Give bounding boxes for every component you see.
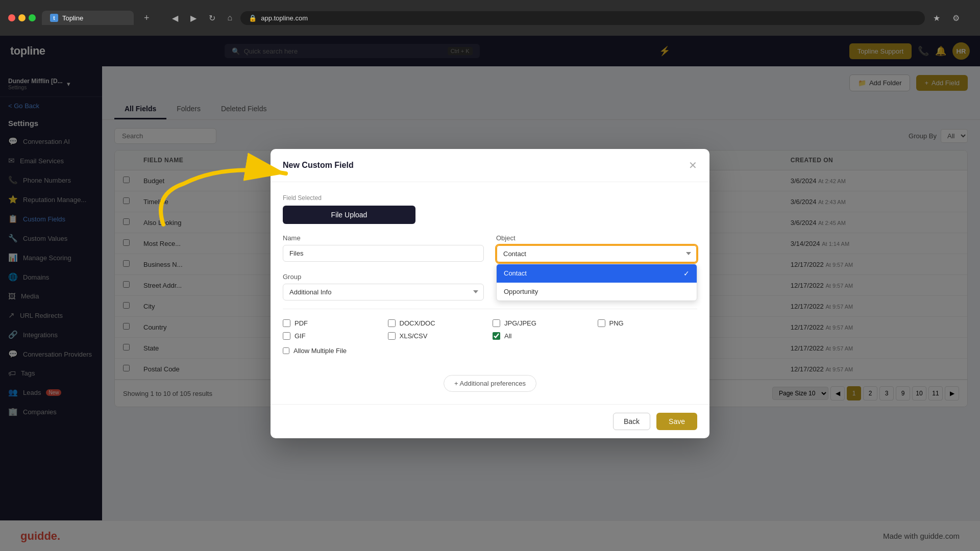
checkmark-icon: ✓ <box>683 269 690 278</box>
forward-nav-button[interactable]: ▶ <box>186 11 201 25</box>
additional-preferences-button[interactable]: + Additional preferences <box>444 375 536 392</box>
extensions-button[interactable]: ⚙ <box>948 11 964 25</box>
object-select[interactable]: Contact Opportunity <box>496 245 697 263</box>
docx-checkbox[interactable] <box>388 319 396 327</box>
name-label: Name <box>283 234 484 242</box>
bookmark-button[interactable]: ★ <box>929 11 944 25</box>
jpg-checkbox[interactable] <box>493 319 500 327</box>
file-types-section: PDF DOCX/DOC JPG/JPEG PNG <box>283 319 697 340</box>
close-dot[interactable] <box>8 14 15 21</box>
new-custom-field-modal: New Custom Field ✕ Field Selected File U… <box>271 149 709 438</box>
form-group-object: Object Contact Opportunity Contact ✓ Opp <box>496 234 697 263</box>
reload-button[interactable]: ↻ <box>205 11 219 25</box>
field-type-button[interactable]: File Upload <box>283 206 415 224</box>
modal-body: Field Selected File Upload Name Object C… <box>271 182 709 404</box>
lock-icon: 🔒 <box>249 14 257 22</box>
form-row-name-object: Name Object Contact Opportunity Contact <box>283 234 697 263</box>
url-input[interactable] <box>261 14 917 22</box>
group-label: Group <box>283 273 484 281</box>
minimize-dot[interactable] <box>18 14 26 21</box>
allow-multiple-row: Allow Multiple File <box>283 347 697 355</box>
browser-dots <box>8 14 36 21</box>
form-group-name: Name <box>283 234 484 263</box>
modal-header: New Custom Field ✕ <box>271 149 709 182</box>
app-container: topline 🔍 Ctrl + K ⚡ Topline Support 📞 🔔… <box>0 36 980 551</box>
pdf-checkbox[interactable] <box>283 319 290 327</box>
modal-title: New Custom Field <box>283 161 354 170</box>
save-button[interactable]: Save <box>656 413 697 430</box>
checkbox-png: PNG <box>598 319 698 327</box>
maximize-dot[interactable] <box>29 14 36 21</box>
tab-title: Topline <box>62 14 83 22</box>
field-selected-label: Field Selected <box>283 194 697 202</box>
checkbox-xls: XLS/CSV <box>388 332 488 340</box>
dropdown-option-contact[interactable]: Contact ✓ <box>497 264 697 283</box>
object-label: Object <box>496 234 697 242</box>
address-bar[interactable]: 🔒 <box>240 11 925 25</box>
back-nav-button[interactable]: ◀ <box>168 11 182 25</box>
new-tab-button[interactable]: + <box>140 11 154 26</box>
tab-favicon: t <box>50 14 58 22</box>
name-input[interactable] <box>283 245 484 262</box>
dropdown-option-opportunity[interactable]: Opportunity <box>497 283 697 300</box>
checkbox-gif: GIF <box>283 332 383 340</box>
home-button[interactable]: ⌂ <box>224 11 237 24</box>
modal-footer: Back Save <box>271 404 709 438</box>
form-group-group: Group Additional Info <box>283 273 484 300</box>
checkbox-docx: DOCX/DOC <box>388 319 488 327</box>
all-checkbox[interactable] <box>493 332 500 340</box>
modal-overlay: New Custom Field ✕ Field Selected File U… <box>0 36 980 551</box>
png-checkbox[interactable] <box>598 319 605 327</box>
allow-multiple-checkbox[interactable] <box>283 347 289 354</box>
checkbox-all: All <box>493 332 593 340</box>
group-select[interactable]: Additional Info <box>283 284 484 300</box>
object-dropdown-options: Contact ✓ Opportunity <box>496 264 697 301</box>
xls-checkbox[interactable] <box>388 332 396 340</box>
file-types-grid: PDF DOCX/DOC JPG/JPEG PNG <box>283 319 697 340</box>
gif-checkbox[interactable] <box>283 332 290 340</box>
browser-tab[interactable]: t Topline <box>42 11 134 25</box>
modal-close-button[interactable]: ✕ <box>689 159 697 171</box>
address-bar-row: ◀ ▶ ↻ ⌂ 🔒 ★ ⚙ <box>168 11 964 25</box>
divider <box>283 309 697 309</box>
checkbox-pdf: PDF <box>283 319 383 327</box>
browser-chrome: t Topline + ◀ ▶ ↻ ⌂ 🔒 ★ ⚙ <box>0 0 980 36</box>
back-button[interactable]: Back <box>613 413 650 430</box>
checkbox-jpg: JPG/JPEG <box>493 319 593 327</box>
allow-multiple-label: Allow Multiple File <box>293 347 347 355</box>
